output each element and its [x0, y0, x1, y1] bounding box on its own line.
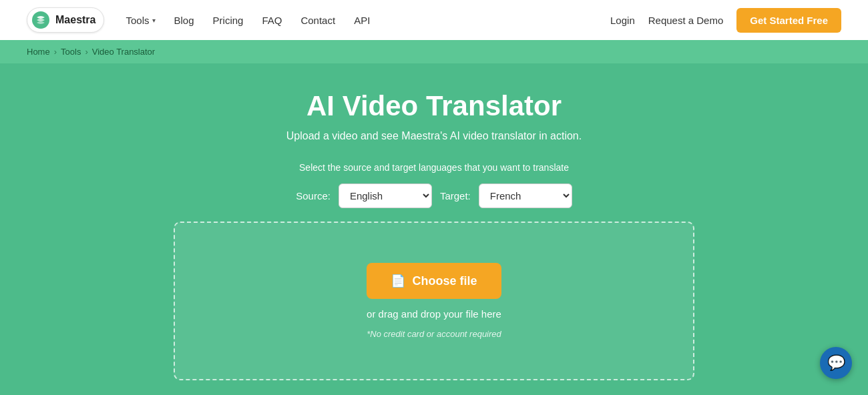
target-language-select[interactable]: French English Spanish German Italian Po…	[479, 183, 572, 208]
lang-prompt: Select the source and target languages t…	[299, 162, 569, 173]
logo-text: Maestra	[55, 14, 95, 26]
nav-api[interactable]: API	[354, 15, 370, 26]
chevron-down-icon: ▾	[152, 17, 156, 24]
page-subtitle: Upload a video and see Maestra's AI vide…	[286, 130, 582, 142]
nav-right: Login Request a Demo Get Started Free	[610, 8, 841, 33]
breadcrumb-current: Video Translator	[92, 47, 155, 57]
navbar: Maestra Tools ▾ Blog Pricing FAQ Contact…	[0, 0, 868, 40]
breadcrumb-tools[interactable]: Tools	[61, 47, 81, 57]
choose-file-label: Choose file	[412, 274, 477, 288]
breadcrumb-sep-2: ›	[85, 47, 87, 57]
page-title: AI Video Translator	[306, 90, 562, 122]
source-label: Source:	[296, 190, 331, 202]
chat-icon: 💬	[827, 354, 845, 372]
logo[interactable]: Maestra	[27, 7, 104, 33]
drag-drop-text: or drag and drop your file here	[367, 308, 501, 320]
source-language-select[interactable]: English Spanish French German Italian Po…	[339, 183, 432, 208]
main-content: AI Video Translator Upload a video and s…	[0, 63, 868, 395]
nav-faq[interactable]: FAQ	[262, 15, 282, 26]
nav-tools[interactable]: Tools ▾	[126, 15, 155, 26]
nav-links: Tools ▾ Blog Pricing FAQ Contact API	[126, 15, 589, 26]
nav-contact[interactable]: Contact	[300, 15, 335, 26]
nav-pricing[interactable]: Pricing	[213, 15, 244, 26]
request-demo-button[interactable]: Request a Demo	[648, 15, 724, 26]
file-drop-zone[interactable]: 📄 Choose file or drag and drop your file…	[174, 222, 694, 380]
breadcrumb-home[interactable]: Home	[27, 47, 50, 57]
nav-blog[interactable]: Blog	[174, 15, 194, 26]
breadcrumb-sep-1: ›	[54, 47, 57, 57]
file-icon: 📄	[391, 274, 405, 288]
breadcrumb: Home › Tools › Video Translator	[0, 40, 868, 63]
chat-support-button[interactable]: 💬	[820, 347, 852, 379]
target-label: Target:	[440, 190, 471, 202]
get-started-button[interactable]: Get Started Free	[736, 8, 841, 33]
no-credit-text: *No credit card or account required	[367, 329, 501, 339]
login-button[interactable]: Login	[610, 15, 635, 26]
choose-file-button[interactable]: 📄 Choose file	[367, 263, 501, 299]
language-selectors: Source: English Spanish French German It…	[296, 183, 572, 208]
